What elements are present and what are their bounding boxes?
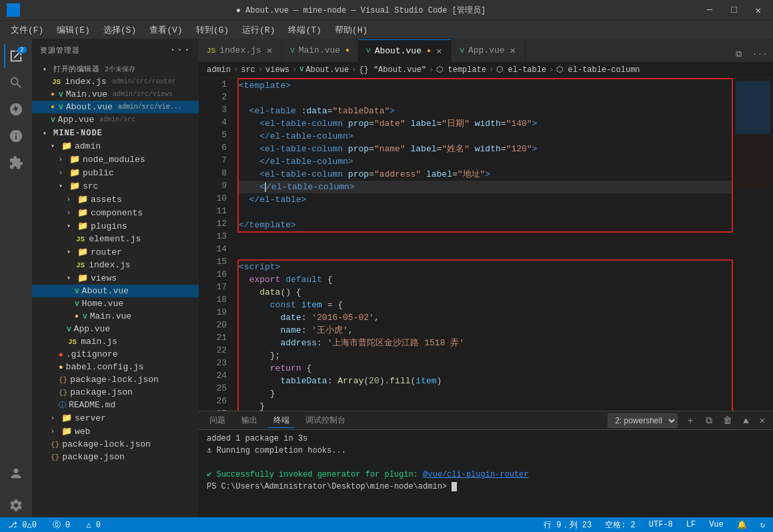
menu-goto[interactable]: 转到(G) (191, 23, 234, 37)
status-warnings[interactable]: △ 0 (83, 520, 103, 530)
tree-root-package-json[interactable]: {} package.json (32, 451, 199, 463)
tab-close-button[interactable]: ✕ (265, 43, 273, 57)
status-feedback[interactable]: 🔔 (734, 519, 750, 531)
tree-project-root[interactable]: ▾ MINE-NODE (32, 127, 199, 139)
status-encoding[interactable]: UTF-8 (646, 519, 676, 531)
tree-node-modules[interactable]: › 📁 node_modules (32, 153, 199, 166)
tree-app-vue[interactable]: V App.vue (32, 323, 199, 335)
more-tabs-button[interactable]: ··· (747, 47, 773, 62)
maximize-button[interactable]: □ (726, 5, 742, 16)
breadcrumb-template[interactable]: ⬡ template (436, 65, 486, 75)
tree-main-js[interactable]: JS main.js (32, 335, 199, 348)
code-editor[interactable]: 12345 678910 1112131415 1617181920 21222… (199, 78, 733, 411)
close-panel-button[interactable]: ✕ (757, 413, 768, 427)
menu-view[interactable]: 查看(V) (144, 23, 187, 37)
activity-explorer[interactable]: 2 (4, 44, 28, 68)
tree-main-vue[interactable]: ● V Main.vue (32, 310, 199, 323)
tab-app-vue[interactable]: V App.vue ✕ (452, 39, 526, 62)
tree-components[interactable]: › 📁 components (32, 206, 199, 219)
menu-select[interactable]: 选择(S) (98, 23, 141, 37)
breadcrumb-el-table-column[interactable]: ⬡ el-table-column (556, 65, 640, 75)
tree-home-vue[interactable]: V Home.vue (32, 297, 199, 310)
tree-assets[interactable]: › 📁 assets (32, 193, 199, 206)
tree-router-index[interactable]: JS index.js (32, 259, 199, 271)
tree-root-package-lock[interactable]: {} package-lock.json (32, 438, 199, 451)
tab-index-js[interactable]: JS index.js ✕ (199, 39, 282, 62)
split-editor-button[interactable]: ⧉ (730, 47, 747, 62)
tree-router[interactable]: ▾ 📁 router (32, 245, 199, 259)
script-section: <script> export default { data() { const… (237, 259, 733, 411)
tab-about-vue[interactable]: V About.vue ● ✕ (358, 39, 452, 62)
menu-file[interactable]: 文件(F) (5, 23, 49, 37)
tree-babel-config[interactable]: ● babel.config.js (32, 361, 199, 373)
tab-debug-console[interactable]: 调试控制台 (300, 413, 351, 427)
sidebar-options[interactable]: ··· (169, 44, 191, 56)
split-terminal-button[interactable]: ⧉ (703, 414, 715, 427)
status-position[interactable]: 行 9，列 23 (541, 519, 594, 531)
menu-bar: 文件(F) 编辑(E) 选择(S) 查看(V) 转到(G) 运行(R) 终端(T… (0, 20, 773, 39)
terminal-content[interactable]: added 1 package in 3s ⚓ Running completi… (199, 430, 773, 517)
menu-help[interactable]: 帮助(H) (329, 23, 373, 37)
breadcrumb-views[interactable]: views (265, 65, 289, 75)
tree-admin[interactable]: ▾ 📁 admin (32, 139, 199, 153)
menu-edit[interactable]: 编辑(E) (51, 23, 95, 37)
tab-terminal[interactable]: 终端 (268, 413, 295, 428)
open-editors-section[interactable]: ▾ 打开的编辑器 2个未保存 (32, 63, 199, 75)
open-file-main-vue[interactable]: ● V Main.vue admin/src/views (32, 88, 199, 101)
tree-about-vue[interactable]: V About.vue (32, 285, 199, 297)
activity-settings[interactable] (4, 493, 28, 517)
breadcrumb-about-vue[interactable]: V About.vue (299, 65, 349, 75)
close-button[interactable]: ✕ (750, 5, 766, 16)
activity-debug[interactable] (4, 124, 28, 148)
breadcrumb-object[interactable]: {} "About.vue" (359, 65, 426, 75)
tree-server[interactable]: › 📁 server (32, 411, 199, 425)
open-file-about-vue[interactable]: ● V About.vue admin/src/vie... (32, 101, 199, 113)
add-terminal-button[interactable]: ＋ (683, 413, 698, 428)
activity-search[interactable] (4, 71, 28, 95)
activity-git[interactable] (4, 97, 28, 121)
tab-close-button[interactable]: ✕ (435, 44, 443, 58)
breadcrumb-el-table[interactable]: ⬡ el-table (496, 65, 546, 75)
tab-main-vue[interactable]: V Main.vue ● (282, 39, 358, 62)
status-git[interactable]: ⎇ 0△0 (5, 520, 39, 530)
tree-element-js[interactable]: JS element.js (32, 233, 199, 245)
tree-web[interactable]: › 📁 web (32, 425, 199, 438)
tree-plugins[interactable]: ▾ 📁 plugins (32, 219, 199, 233)
maximize-panel-button[interactable]: ▲ (740, 414, 751, 427)
code-content[interactable]: <template> <el-table :data="tableData"> … (232, 78, 733, 411)
tab-problems[interactable]: 问题 (204, 413, 231, 427)
status-errors[interactable]: ⓪ 0 (50, 519, 73, 531)
vue-icon: V (67, 325, 71, 333)
status-line-ending[interactable]: LF (684, 519, 698, 531)
tree-package-json[interactable]: {} package.json (32, 386, 199, 399)
tree-src[interactable]: ▾ 📁 src (32, 179, 199, 193)
plugin-router-link[interactable]: @vue/cli-plugin-router (423, 470, 528, 479)
status-language[interactable]: Vue (706, 519, 726, 531)
code-line-21: address: '上海市普陀区金沙江路 1518 弄' (239, 337, 732, 349)
tree-gitignore[interactable]: ◆ .gitignore (32, 348, 199, 361)
delete-terminal-button[interactable]: 🗑 (720, 414, 735, 427)
open-file-index-js[interactable]: JS index.js admin/src/router (32, 75, 199, 88)
tab-close-button[interactable]: ✕ (509, 43, 517, 57)
tree-views[interactable]: ▾ 📁 views (32, 271, 199, 285)
folder-icon: 📁 (77, 247, 88, 257)
shell-selector[interactable]: 2: powershell 1: bash 3: cmd (608, 413, 678, 428)
activity-accounts[interactable] (4, 461, 28, 485)
tree-package-lock[interactable]: {} package-lock.json (32, 373, 199, 386)
code-line-18: const item = { (239, 299, 732, 311)
status-spaces[interactable]: 空格: 2 (602, 519, 638, 531)
breadcrumb-admin[interactable]: admin (207, 65, 231, 75)
status-sync[interactable]: ↻ (758, 519, 768, 531)
minimize-button[interactable]: ─ (702, 5, 718, 16)
menu-terminal[interactable]: 终端(T) (283, 23, 326, 37)
tab-output[interactable]: 输出 (236, 413, 263, 427)
tree-readme[interactable]: ⓘ README.md (32, 399, 199, 411)
open-file-app-vue[interactable]: V App.vue admin/src (32, 113, 199, 126)
tree-public[interactable]: › 📁 public (32, 166, 199, 179)
menu-run[interactable]: 运行(R) (237, 23, 280, 37)
chevron-icon: ▾ (67, 248, 75, 256)
tree-item-label: Home.vue (82, 299, 123, 309)
tree-item-label: node_modules (83, 155, 145, 165)
activity-extensions[interactable] (4, 151, 28, 175)
breadcrumb-src[interactable]: src (241, 65, 255, 75)
